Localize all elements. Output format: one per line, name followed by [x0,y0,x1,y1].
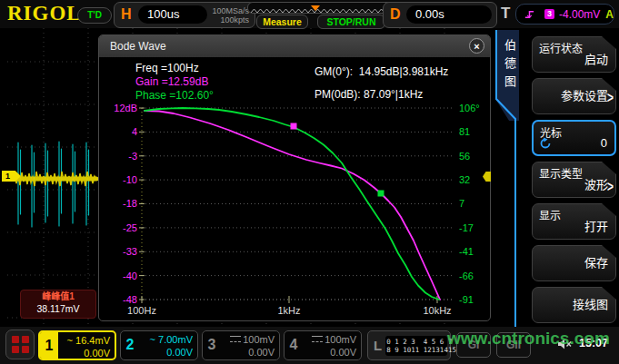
timebase-value: 100us [138,5,207,24]
measurement-value: 38.117mV [21,303,95,315]
knob-rotate-icon [539,137,552,150]
trigger-source-badge: 3 [544,9,554,19]
svg-text:12dB: 12dB [114,103,137,113]
channel-1-number: 1 [40,332,58,359]
channel-4-box[interactable]: 4 100mV0.00V [284,330,362,360]
menu-item-label: 运行状态 [539,40,583,55]
phase-margin-marker [291,123,297,130]
menu-item-display-type[interactable]: 显示类型 波形 > [532,162,616,198]
trigger-coupling: A [605,8,614,21]
svg-text:56: 56 [459,151,470,162]
delay-box[interactable]: D 0.00s [383,2,497,28]
svg-text:-48: -48 [123,294,137,305]
channel-status-bar: 1 ~ 16.4mV0.00V 2 ~ 7.00mV0.00V 3 100mV0… [0,327,619,364]
trigger-status-badge: T'D [77,7,112,24]
measurement-result-box: 峰峰值1 38.117mV [20,290,96,319]
ac-coupling-icon: ~ [67,335,73,346]
svg-text:81: 81 [459,126,470,137]
cursor-freq-readout: Freq =100Hz [135,62,199,74]
gm-value: 14.95dB|3.981kHz [359,65,449,78]
svg-text:-33: -33 [123,246,137,257]
memory-depth-value: 100kpts [220,15,249,25]
svg-text:32: 32 [459,174,470,185]
bode-wave-window: Bode Wave × Freq =100Hz Gain =12.59dB Ph… [98,34,491,321]
la-digits-row2: 8 9 1011 12131415 [386,346,456,354]
la-digits-row1: 0 1 2 3 4 5 6 7 [386,338,452,346]
top-status-bar: RIGOL T'D H 100us 100MSa/s100kpts Measur… [0,0,619,28]
ch1-waveform [13,142,96,227]
svg-text:-66: -66 [459,271,474,281]
gen1-button[interactable]: GI [456,332,491,358]
delay-value: 0.00s [406,5,492,24]
svg-text:4: 4 [132,126,137,137]
gain-curve [145,111,440,300]
measurement-name: 峰峰值1 [21,290,95,303]
plot-gridlines [142,108,453,276]
phase-axis-labels: 106° 81 56 32 7 -17 -41 -66 -91 [459,103,480,305]
trigger-slope-icon [524,8,535,20]
channel-3-box[interactable]: 3 100mV0.00V [202,330,280,360]
dc-coupling-icon [312,336,323,342]
svg-text:100Hz: 100Hz [127,305,156,316]
chevron-right-icon: > [607,177,614,195]
menu-item-value: 波形 [584,175,608,192]
svg-text:-25: -25 [123,222,137,233]
svg-text:-18: -18 [123,198,137,209]
menu-item-value: 启动 [584,50,608,67]
rigol-logo: RIGOL [7,2,82,25]
channel-2-scale: 7.00mV [158,334,193,345]
trigger-level-value: -4.00mV [559,8,600,21]
svg-text:1kHz: 1kHz [277,305,300,316]
channel-2-box[interactable]: 2 ~ 7.00mV0.00V [120,330,198,360]
bode-window-titlebar[interactable]: Bode Wave [99,35,490,57]
trigger-box[interactable]: T 3 -4.00mV A [499,2,616,26]
logic-analyzer-box[interactable]: L 0 1 2 3 4 5 6 78 9 1011 12131415 [367,330,451,360]
svg-text:-17: -17 [459,222,474,233]
menu-item-label: 显示 [539,207,561,222]
menu-item-value: 接线图 [573,295,608,312]
channel-1-box[interactable]: 1 ~ 16.4mV0.00V [38,330,116,360]
svg-text:-10: -10 [123,174,137,185]
channel-2-offset: 0.00V [166,347,193,358]
trigger-label: T [501,5,510,23]
clock-time: 15:07 [579,337,608,349]
menu-item-value: 0 [601,136,607,150]
channel-4-number: 4 [285,331,303,359]
oscilloscope-screen: RIGOL T'D H 100us 100MSa/s100kpts Measur… [0,0,619,364]
channel-4-offset: 0.00V [330,347,356,358]
channel-3-scale: 100mV [243,334,275,345]
menu-item-save[interactable]: 保存 [532,245,616,281]
menu-item-cursor[interactable]: 光标 0 [532,120,616,156]
close-icon[interactable]: × [469,38,484,54]
menu-item-param-setup[interactable]: 参数设置 > [532,78,616,114]
sound-muted-icon [557,338,573,350]
channel-2-number: 2 [121,331,139,359]
sample-rate: 100MSa/s100kpts [212,6,249,25]
menu-grid-button[interactable] [5,330,35,359]
channel-3-offset: 0.00V [248,347,275,358]
stop-run-button[interactable]: STOP/RUN [317,15,385,29]
channel-1-scale: 16.4mV [75,335,110,346]
channel-3-number: 3 [203,331,221,359]
menu-item-value: 参数设置 [561,86,608,103]
horizontal-timebase-box[interactable]: H 100us 100MSa/s100kpts [114,2,255,28]
menu-item-wiring-diagram[interactable]: 接线图 [532,287,616,323]
sample-rate-value: 100MSa/s [212,6,249,15]
gain-axis-labels: 12dB 4 -3 -10 -18 -25 -33 -40 -48 [114,103,137,305]
channel-1-offset: 0.00V [84,348,110,359]
svg-text:-91: -91 [459,294,474,305]
svg-text:106°: 106° [459,103,480,113]
svg-text:-41: -41 [459,246,474,257]
waveform-overview-bar[interactable] [247,2,396,14]
gain-margin-marker [378,191,384,197]
channel-4-scale: 100mV [324,334,356,345]
bode-window-title: Bode Wave [110,40,166,53]
svg-text:-40: -40 [123,271,137,281]
menu-item-display[interactable]: 显示 打开 [532,203,616,240]
menu-item-value: 保存 [584,253,608,271]
horizontal-label: H [121,6,132,23]
freq-axis-labels: 100Hz 1kHz 10kHz [127,305,451,316]
measure-button[interactable]: Measure [256,15,308,29]
menu-item-run-state[interactable]: 运行状态 启动 [532,36,616,73]
gen2-button[interactable]: GII [496,332,531,358]
